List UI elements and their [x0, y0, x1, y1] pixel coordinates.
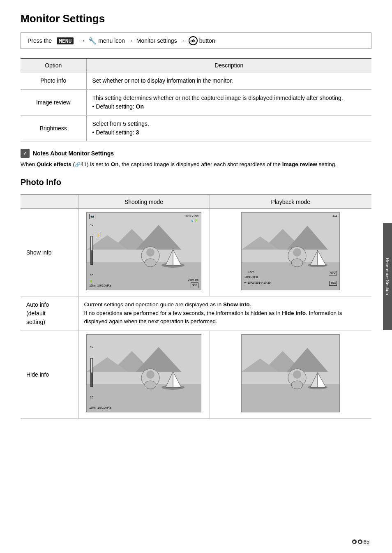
page-title: Monitor Settings: [21, 12, 371, 25]
col-option-header: Option: [21, 58, 86, 72]
show-info-playback-cell: 4/4 15m 10/10kPa ⬅ 15/05/2014/ 15:39 16w…: [210, 209, 371, 296]
table-row: Photo info Set whether or not to display…: [21, 72, 371, 90]
photo-info-section-title: Photo Info: [21, 178, 371, 189]
pressure-hide: 10/10kPa: [97, 406, 111, 410]
shot-count: 380: [191, 282, 198, 288]
arrow-3: →: [180, 37, 186, 44]
row-option-brightness: Brightness: [21, 116, 86, 141]
battery-gps: 📡🔋: [190, 218, 198, 222]
svg-point-21: [291, 259, 303, 267]
col-description-header: Description: [86, 58, 371, 72]
svg-point-43: [291, 381, 303, 389]
row-desc-photo-info: Set whether or not to display informatio…: [86, 72, 371, 90]
show-info-shooting-screen: 📷 1082 ▪16w 📡🔋 40: [86, 212, 201, 290]
hide-playback-svg: [242, 335, 340, 412]
battery-icon: 🔋: [89, 280, 93, 282]
show-info-playback-screen: 4/4 15m 10/10kPa ⬅ 15/05/2014/ 15:39 16w…: [241, 212, 340, 290]
svg-point-10: [145, 259, 156, 267]
arrow-1: →: [80, 37, 85, 44]
photo-info-col-label: [21, 195, 78, 209]
frame-count: 4/4: [332, 214, 337, 218]
settings-table: Option Description Photo info Set whethe…: [21, 58, 371, 141]
row-option-photo-info: Photo info: [21, 72, 86, 90]
notes-text: When Quick effects (🔗41) is set to On, t…: [21, 160, 371, 169]
notes-title: Notes About Monitor Settings: [33, 150, 114, 157]
table-row: Image review This setting determines whe…: [21, 90, 371, 116]
monitor-settings-text: Monitor settings: [136, 37, 177, 44]
auto-info-label: Auto info (default setting): [21, 296, 78, 331]
row-desc-brightness: Select from 5 settings. • Default settin…: [86, 116, 371, 141]
ok-icon-playback: OK✓: [329, 271, 337, 275]
svg-point-9: [146, 248, 154, 257]
notes-icon: ✓: [21, 149, 30, 158]
instruction-box: Press the MENU → 🔧 menu icon → Monitor s…: [21, 32, 371, 49]
menu-icon-label: menu icon: [98, 37, 125, 44]
distance-hide: 15m: [89, 406, 96, 410]
camera-icon: 📷: [89, 214, 95, 219]
menu-icon-symbol: 🔧: [88, 37, 97, 45]
row-desc-image-review: This setting determines whether or not t…: [86, 90, 371, 116]
date-playback: ⬅ 15/05/2014/ 15:39: [244, 281, 270, 286]
photo-info-table: Shooting mode Playback mode Show info: [21, 194, 371, 419]
svg-point-32: [145, 381, 156, 389]
show-info-shooting-cell: 📷 1082 ▪16w 📡🔋 40: [78, 209, 210, 296]
bullet-icon-2: [358, 539, 362, 544]
exp-bottom: 10: [90, 273, 93, 278]
bullet-icon-1: [352, 539, 357, 544]
scene-svg: [87, 213, 201, 290]
distance-playback: 15m: [248, 270, 254, 274]
row-option-image-review: Image review: [21, 90, 86, 116]
ok-badge: ok: [189, 36, 198, 45]
hide-info-shooting-screen: 40 10 15m 10/10kPa: [86, 334, 201, 412]
photo-info-col-playback: Playback mode: [210, 195, 371, 209]
sidebar-label: Reference Section: [385, 258, 390, 295]
menu-button-badge: MENU: [57, 37, 74, 44]
notes-section: ✓ Notes About Monitor Settings When Quic…: [21, 149, 371, 169]
hide-info-label: Hide info: [21, 331, 78, 419]
hide-info-shooting-cell: 40 10 15m 10/10kPa: [78, 331, 210, 419]
table-row: Show info: [21, 209, 371, 296]
shutter-speed: 25m 0s: [188, 278, 198, 282]
hide-scene-svg: [87, 335, 201, 412]
auto-info-desc: Current settings and operation guide are…: [78, 296, 371, 331]
svg-point-42: [293, 370, 301, 379]
instruction-prefix: Press the: [28, 37, 52, 44]
sidebar-reference: Reference Section: [383, 223, 392, 330]
page-num-value: 65: [364, 539, 369, 545]
button-label: button: [199, 37, 215, 44]
table-row: Brightness Select from 5 settings. • Def…: [21, 116, 371, 141]
table-row: Hide info: [21, 331, 371, 419]
exp-bottom-hide: 10: [90, 396, 93, 400]
pressure-info: 10/10kPa: [97, 283, 111, 288]
svg-point-31: [146, 370, 154, 379]
exp-top: 40: [90, 223, 93, 227]
svg-point-20: [293, 248, 301, 257]
hide-info-playback-cell: [210, 331, 371, 419]
table-row: Auto info (default setting) Current sett…: [21, 296, 371, 331]
distance-info: 15m: [89, 283, 96, 288]
pressure-playback: 10/10kPa: [244, 275, 258, 279]
photo-info-col-shooting: Shooting mode: [78, 195, 210, 209]
page-number: 65: [352, 539, 369, 545]
hide-info-playback-screen: [241, 334, 340, 412]
exp-top-hide: 40: [90, 345, 93, 349]
arrow-2: →: [128, 37, 134, 44]
show-info-label: Show info: [21, 209, 78, 296]
notes-header: ✓ Notes About Monitor Settings: [21, 149, 371, 158]
size-badge: 16w: [329, 281, 337, 286]
flash-icon: ⚡: [96, 233, 101, 237]
